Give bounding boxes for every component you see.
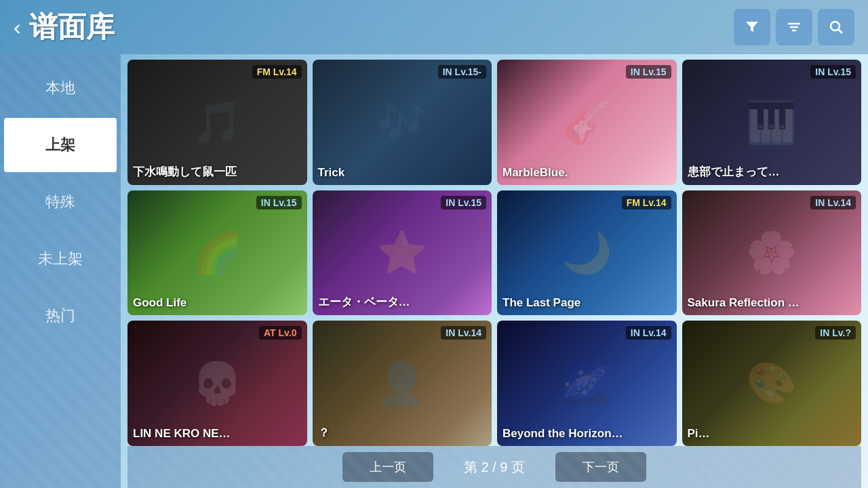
song-card-7[interactable]: 🌙 FM Lv.14 The Last Page — [497, 190, 677, 316]
sidebar-item-special[interactable]: 特殊 — [4, 175, 117, 229]
song-grid: 🎵 FM Lv.14 下水鳴動して鼠一匹 🎶 IN Lv.15- Trick 🎸… — [127, 60, 861, 446]
song-card-9[interactable]: 💀 AT Lv.0 LIN NE KRO NE… — [127, 321, 307, 446]
song-card-10[interactable]: 👤 IN Lv.14 ？ — [313, 321, 492, 446]
song-card-12[interactable]: 🎨 IN Lv.? Pi… — [682, 321, 862, 446]
card-title: Trick — [318, 166, 487, 180]
card-level-badge: IN Lv.15- — [438, 65, 486, 79]
sidebar-item-hot[interactable]: 热门 — [4, 289, 117, 343]
sidebar-item-local[interactable]: 本地 — [4, 61, 117, 115]
card-level-badge: IN Lv.14 — [441, 326, 486, 340]
card-title: エータ・ベータ… — [318, 294, 487, 310]
sort-icon — [786, 19, 802, 35]
header-left: ‹ 谱面库 — [14, 8, 115, 46]
card-title: MarbleBlue. — [502, 166, 671, 180]
search-button[interactable] — [818, 9, 854, 45]
card-level-badge: FM Lv.14 — [622, 196, 671, 209]
card-level-badge: AT Lv.0 — [259, 326, 302, 340]
svg-point-3 — [831, 22, 840, 30]
next-page-button[interactable]: 下一页 — [555, 452, 646, 482]
song-card-3[interactable]: 🎸 IN Lv.15 MarbleBlue. — [497, 60, 677, 185]
card-level-badge: IN Lv.15 — [441, 196, 486, 209]
pagination: 上一页 第 2 / 9 页 下一页 — [127, 446, 861, 488]
card-title: LIN NE KRO NE… — [133, 427, 302, 441]
sidebar-item-listed[interactable]: 上架 — [4, 118, 117, 172]
page-title: 谱面库 — [29, 8, 115, 46]
page-info: 第 2 / 9 页 — [447, 458, 542, 476]
header: ‹ 谱面库 — [0, 0, 868, 54]
header-icons — [734, 9, 854, 45]
song-card-8[interactable]: 🌸 IN Lv.14 Sakura Reflection … — [682, 190, 862, 316]
song-card-5[interactable]: 🌈 IN Lv.15 Good Life — [127, 190, 307, 316]
card-title: 下水鳴動して鼠一匹 — [133, 164, 302, 180]
sidebar: 本地 上架 特殊 未上架 热门 — [0, 54, 121, 488]
filter-icon — [744, 19, 760, 35]
back-button[interactable]: ‹ — [14, 16, 21, 38]
song-card-4[interactable]: 🎹 IN Lv.15 患部で止まって… — [682, 60, 862, 185]
content: 🎵 FM Lv.14 下水鳴動して鼠一匹 🎶 IN Lv.15- Trick 🎸… — [121, 54, 868, 488]
card-level-badge: IN Lv.14 — [810, 196, 856, 209]
card-title: Good Life — [133, 296, 302, 310]
card-title: Beyond the Horizon… — [502, 427, 671, 441]
main: 本地 上架 特殊 未上架 热门 🎵 FM Lv.14 下水鳴動して鼠一匹 🎶 I… — [0, 54, 868, 488]
song-card-2[interactable]: 🎶 IN Lv.15- Trick — [313, 60, 492, 185]
sidebar-item-unlisted[interactable]: 未上架 — [4, 232, 117, 286]
song-card-1[interactable]: 🎵 FM Lv.14 下水鳴動して鼠一匹 — [127, 60, 307, 185]
card-level-badge: IN Lv.15 — [626, 65, 671, 79]
svg-line-4 — [839, 30, 843, 34]
prev-page-button[interactable]: 上一页 — [342, 452, 433, 482]
song-card-11[interactable]: 🌌 IN Lv.14 Beyond the Horizon… — [497, 321, 677, 446]
card-title: ？ — [318, 425, 487, 441]
card-level-badge: IN Lv.14 — [626, 326, 671, 340]
card-level-badge: IN Lv.? — [815, 326, 856, 340]
card-title: Sakura Reflection … — [688, 296, 856, 310]
search-icon — [828, 19, 844, 35]
song-card-6[interactable]: ⭐ IN Lv.15 エータ・ベータ… — [313, 190, 492, 316]
filter-button[interactable] — [734, 9, 770, 45]
card-title: Pi… — [688, 427, 856, 441]
card-level-badge: IN Lv.15 — [810, 65, 856, 79]
card-title: The Last Page — [502, 296, 671, 310]
card-level-badge: IN Lv.15 — [256, 196, 302, 209]
sort-button[interactable] — [776, 9, 812, 45]
card-title: 患部で止まって… — [688, 164, 856, 180]
card-level-badge: FM Lv.14 — [252, 65, 302, 79]
